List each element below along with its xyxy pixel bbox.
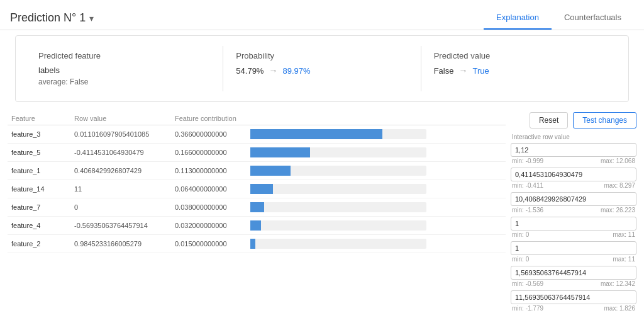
table-row: feature_5 -0.4114531064930479 0.16600000… (8, 144, 506, 162)
input-meta: min: -0.569 max: 12.342 (511, 280, 636, 288)
cell-row-value: -0.4114531064930479 (70, 144, 171, 162)
input-group: min: -1.779 max: 1.826 (511, 290, 636, 312)
cell-bar (247, 198, 506, 217)
tab-counterfactuals[interactable]: Counterfactuals (552, 6, 634, 30)
input-max: max: 12.342 (601, 280, 635, 287)
input-max: max: 11 (613, 256, 635, 263)
input-meta: min: -1.779 max: 1.826 (511, 304, 636, 312)
bar (250, 202, 264, 212)
cell-contribution: 0.032000000000 (171, 217, 247, 235)
bar (250, 129, 382, 139)
dropdown-icon[interactable]: ▾ (89, 13, 94, 23)
col-bar (247, 112, 506, 125)
predicted-value-label: Predicted value (434, 51, 606, 60)
bar (250, 147, 310, 157)
row-value-input[interactable] (511, 192, 636, 206)
table-row: feature_2 0.9845233166005279 0.015000000… (8, 235, 506, 253)
table-row: feature_1 0.4068429926807429 0.113000000… (8, 162, 506, 180)
bar (250, 220, 261, 231)
probability-value: 54.79% → 89.97% (236, 66, 408, 76)
table-row: feature_14 11 0.064000000000 (8, 180, 506, 198)
input-min: min: -0.569 (512, 280, 543, 287)
input-max: max: 1.826 (604, 305, 635, 312)
col-row-value: Row value (70, 112, 171, 125)
row-value-input[interactable] (511, 168, 636, 181)
predicted-value-from: False (434, 66, 454, 76)
row-value-input[interactable] (511, 217, 636, 231)
predicted-value-value: False → True (434, 66, 606, 76)
bar-container (250, 202, 426, 212)
bar-container (250, 184, 426, 194)
cell-row-value: 0.011016097905401085 (70, 125, 171, 144)
table-row: feature_4 -0.56935063764457914 0.0320000… (8, 217, 506, 235)
cell-row-value: -0.56935063764457914 (70, 217, 171, 235)
input-min: min: -1.779 (512, 305, 543, 312)
cell-bar (247, 125, 506, 144)
input-max: max: 8.297 (604, 182, 635, 189)
bar-container (250, 166, 426, 176)
cell-feature: feature_3 (8, 125, 70, 144)
probability-label: Probability (236, 51, 408, 60)
input-meta: min: -1.536 max: 26.223 (511, 206, 636, 214)
right-panel: Reset Test changes Interactive row value… (511, 112, 636, 315)
input-min: min: 0 (512, 256, 529, 263)
cell-bar (247, 144, 506, 162)
probability-from: 54.79% (236, 66, 264, 76)
input-max: max: 12.068 (601, 157, 635, 164)
header-left: Prediction N° 1 ▾ (10, 11, 94, 25)
summary-section: Predicted feature labels average: False … (15, 35, 629, 102)
row-value-input[interactable] (511, 290, 636, 304)
tab-explanation[interactable]: Explanation (484, 6, 552, 30)
interactive-row-label: Interactive row value (511, 134, 636, 140)
cell-bar (247, 235, 506, 253)
header-tabs: Explanation Counterfactuals (484, 6, 634, 30)
cell-row-value: 0.4068429926807429 (70, 162, 171, 180)
input-group: min: -0.411 max: 8.297 (511, 168, 636, 190)
predicted-value-card: Predicted value False → True (421, 46, 618, 91)
input-groups: min: -0.999 max: 12.068 min: -0.411 max:… (511, 143, 636, 312)
bar (250, 184, 273, 194)
bar-container (250, 220, 426, 231)
input-min: min: -0.999 (512, 157, 543, 164)
predicted-feature-card: Predicted feature labels average: False (26, 46, 223, 91)
cell-bar (247, 162, 506, 180)
input-group: min: -0.999 max: 12.068 (511, 143, 636, 165)
cell-bar (247, 180, 506, 198)
cell-feature: feature_7 (8, 198, 70, 217)
cell-feature: feature_4 (8, 217, 70, 235)
cell-feature: feature_5 (8, 144, 70, 162)
table-section: Feature Row value Feature contribution f… (8, 112, 506, 315)
bar-container (250, 239, 426, 249)
bar (250, 166, 291, 176)
cell-feature: feature_2 (8, 235, 70, 253)
reset-button[interactable]: Reset (530, 112, 568, 128)
cell-feature: feature_1 (8, 162, 70, 180)
test-changes-button[interactable]: Test changes (573, 112, 636, 128)
input-max: max: 26.223 (601, 207, 635, 214)
probability-card: Probability 54.79% → 89.97% (223, 46, 420, 91)
button-row: Reset Test changes (511, 112, 636, 128)
cell-contribution: 0.166000000000 (171, 144, 247, 162)
input-min: min: -1.536 (512, 207, 543, 214)
cell-feature: feature_14 (8, 180, 70, 198)
row-value-input[interactable] (511, 143, 636, 157)
row-value-input[interactable] (511, 241, 636, 255)
bar-container (250, 129, 426, 139)
predicted-feature-label: Predicted feature (38, 51, 210, 60)
cell-contribution: 0.015000000000 (171, 235, 247, 253)
col-feature: Feature (8, 112, 70, 125)
cell-contribution: 0.064000000000 (171, 180, 247, 198)
predicted-value-to: True (472, 66, 489, 76)
input-max: max: 11 (613, 231, 635, 238)
bar-container (250, 147, 426, 157)
cell-contribution: 0.038000000000 (171, 198, 247, 217)
predicted-value-arrow: → (458, 66, 467, 76)
input-group: min: 0 max: 11 (511, 241, 636, 263)
input-meta: min: 0 max: 11 (511, 255, 636, 263)
input-min: min: -0.411 (512, 182, 543, 189)
input-meta: min: 0 max: 11 (511, 231, 636, 239)
row-value-input[interactable] (511, 266, 636, 280)
cell-row-value: 0 (70, 198, 171, 217)
col-contribution: Feature contribution (171, 112, 247, 125)
input-meta: min: -0.411 max: 8.297 (511, 181, 636, 190)
